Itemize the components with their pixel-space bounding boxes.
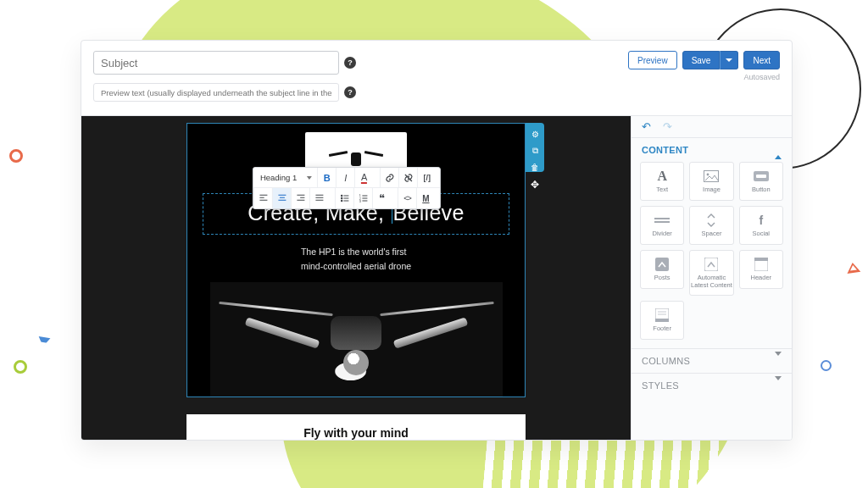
lower-headline[interactable]: Fly with your mind [186,414,526,440]
subhead-block[interactable]: The HP1 is the world's first mind-contro… [301,238,411,274]
bold-button[interactable]: B [317,168,336,188]
preview-text-input[interactable] [93,83,339,102]
duplicate-icon[interactable]: ⧉ [532,146,538,156]
unlink-button[interactable] [398,168,417,188]
preview-button[interactable]: Preview [628,51,677,69]
tile-divider[interactable]: Divider [640,206,684,245]
button-icon [754,169,769,184]
heading-select[interactable]: Heading 1 [253,173,317,182]
deco-ring-orange [9,149,23,163]
svg-point-13 [341,195,342,196]
help-icon[interactable]: ? [344,86,356,98]
undo-icon[interactable]: ↶ [642,120,651,133]
chevron-down-icon [775,356,782,366]
shortcode-button[interactable]: [/] [417,168,436,188]
help-icon[interactable]: ? [344,57,356,69]
hero-image[interactable] [210,282,503,396]
svg-rect-28 [756,175,766,178]
save-dropdown-button[interactable] [720,51,738,69]
topbar: ? ? Preview Save Next Autosaved [81,41,792,115]
sub2: mind-controlled aerial drone [301,259,411,274]
header-icon [754,257,769,272]
toolbar-row-2: 123 ❝ <> M [253,188,440,208]
social-icon: f [754,213,769,228]
save-button[interactable]: Save [682,51,721,69]
side-panel: ↶ ↷ CONTENT AText Image Button Divider S… [631,116,792,440]
preview-row: ? [93,83,616,102]
history-bar: ↶ ↷ [632,116,792,138]
svg-rect-36 [655,319,669,322]
redo-icon[interactable]: ↷ [663,120,672,133]
email-canvas[interactable]: R Create, Make, Believe The HP1 is the w… [186,123,526,397]
editor-window: ? ? Preview Save Next Autosaved [81,40,793,441]
svg-text:3: 3 [359,200,360,203]
tile-label: Automatic Latest Content [690,274,732,289]
canvas-area[interactable]: R Create, Make, Believe The HP1 is the w… [81,116,631,440]
trash-icon[interactable]: 🗑 [531,163,539,172]
gear-icon[interactable]: ⚙ [531,130,539,139]
tile-image[interactable]: Image [689,162,733,201]
next-button[interactable]: Next [743,51,780,69]
svg-point-15 [341,200,342,201]
markup-button[interactable]: M [416,188,435,208]
action-buttons: Preview Save Next [628,51,780,69]
editor-body: R Create, Make, Believe The HP1 is the w… [81,115,792,440]
text-icon: A [654,169,670,184]
content-section-header[interactable]: CONTENT [632,138,792,162]
tile-label: Button [752,186,771,193]
subject-row: ? [93,51,616,75]
align-right-button[interactable] [291,188,309,208]
tile-footer[interactable]: Footer [640,301,684,340]
block-tools-rail: ⚙ ⧉ 🗑 ✥ [526,123,544,172]
topbar-left: ? ? [93,51,616,110]
deco-tri-blue [36,336,51,353]
tile-spacer[interactable]: Spacer [689,206,733,245]
tile-label: Image [703,186,721,193]
columns-section-header[interactable]: COLUMNS [632,348,792,373]
autosaved-label: Autosaved [743,73,780,81]
lower-section[interactable]: Fly with your mind [186,414,526,440]
tile-posts[interactable]: Posts [640,250,684,289]
columns-title: COLUMNS [642,356,690,366]
svg-rect-32 [704,258,718,271]
styles-title: STYLES [642,380,679,391]
tile-autocontent[interactable]: Automatic Latest Content [689,250,733,296]
drone-icon [332,146,380,169]
tile-header[interactable]: Header [739,250,783,289]
tile-label: Social [753,230,770,237]
tile-label: Header [751,274,772,281]
divider-icon [654,213,670,228]
quote-button[interactable]: ❝ [372,188,391,208]
content-tiles: AText Image Button Divider Spacer fSocia… [632,162,792,348]
code-button[interactable]: <> [398,188,416,208]
deco-tri-orange [845,255,861,274]
tile-label: Text [656,186,668,193]
tile-social[interactable]: fSocial [739,206,783,245]
link-button[interactable] [380,168,398,188]
posts-icon [654,257,670,272]
tile-label: Divider [652,230,671,237]
align-left-button[interactable] [253,188,272,208]
content-title: CONTENT [642,145,688,155]
move-icon[interactable]: ✥ [531,179,539,191]
list-ul-button[interactable] [335,188,353,208]
deco-ring-green [14,360,27,374]
subject-input[interactable] [93,51,339,75]
tile-text[interactable]: AText [640,162,684,201]
sub1: The HP1 is the world's first [301,245,411,259]
italic-button[interactable]: I [336,168,354,188]
styles-section-header[interactable]: STYLES [632,373,792,397]
chevron-down-icon [775,380,782,391]
text-toolbar: Heading 1 B I A [/] [253,167,441,209]
autocontent-icon [704,257,719,272]
svg-rect-31 [655,258,669,271]
topbar-right: Preview Save Next Autosaved [628,51,780,81]
align-justify-button[interactable] [309,188,328,208]
align-center-button[interactable] [272,188,291,208]
toolbar-row-1: Heading 1 B I A [/] [253,168,440,188]
tile-button[interactable]: Button [739,162,783,201]
deco-ring-blue [821,360,832,371]
list-ol-button[interactable]: 123 [353,188,372,208]
textcolor-button[interactable]: A [354,168,373,188]
footer-icon [654,308,670,323]
